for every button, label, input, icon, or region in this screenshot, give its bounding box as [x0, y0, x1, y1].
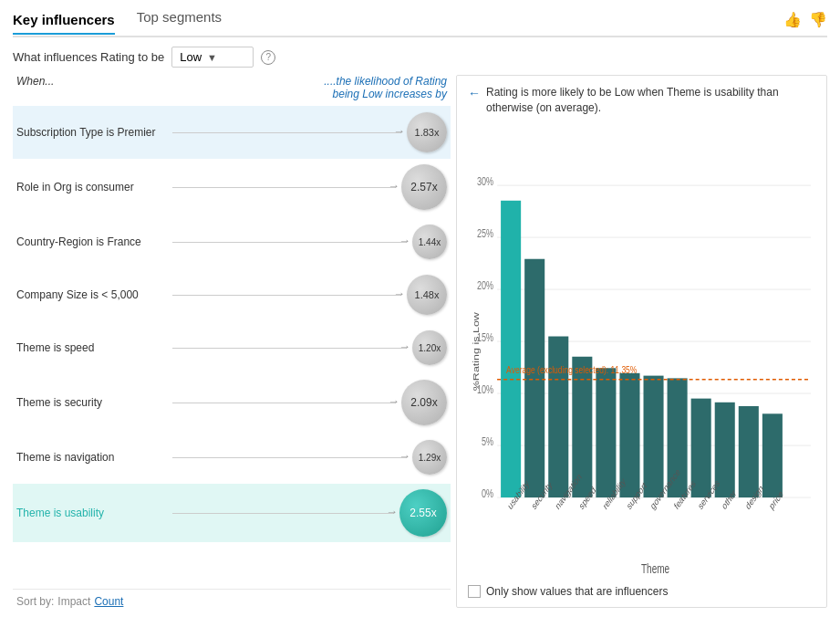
- svg-text:10%: 10%: [477, 382, 493, 395]
- bar-security[interactable]: [524, 258, 544, 497]
- list-item[interactable]: Country-Region is France 1.44x: [13, 215, 451, 268]
- thumbs-up-icon[interactable]: 👍: [783, 11, 802, 28]
- chevron-down-icon: ▼: [207, 52, 217, 63]
- connector-line: [172, 187, 396, 188]
- list-item[interactable]: Company Size is < 5,000 1.48x: [13, 268, 451, 321]
- list-item[interactable]: Subscription Type is Premier 1.83x: [13, 106, 451, 159]
- item-label: Subscription Type is Premier: [16, 126, 167, 139]
- list-item[interactable]: Theme is usability 2.55x: [13, 484, 451, 542]
- back-arrow-icon[interactable]: ←: [468, 86, 481, 100]
- item-label: Theme is security: [16, 396, 167, 409]
- sort-impact[interactable]: Impact: [57, 595, 90, 608]
- bar-price[interactable]: [762, 413, 783, 497]
- checkbox-row: Only show values that are influencers: [468, 585, 815, 598]
- svg-text:5%: 5%: [482, 434, 493, 447]
- main-content: When... ....the likelihood of Rating bei…: [13, 75, 827, 608]
- sort-row: Sort by: Impact Count: [13, 589, 451, 608]
- right-panel: ← Rating is more likely to be Low when T…: [456, 75, 827, 608]
- left-panel: When... ....the likelihood of Rating bei…: [13, 75, 451, 608]
- bar-navigation[interactable]: [548, 336, 568, 497]
- bubble: 1.29x: [412, 440, 447, 475]
- column-headers: When... ....the likelihood of Rating bei…: [13, 75, 451, 100]
- bar-governance[interactable]: [644, 375, 664, 497]
- chart-back-row: ← Rating is more likely to be Low when T…: [468, 85, 815, 116]
- svg-text:15%: 15%: [477, 330, 493, 343]
- svg-text:0%: 0%: [482, 486, 493, 499]
- filter-row: What influences Rating to be Low ▼ ?: [13, 47, 827, 68]
- filter-dropdown[interactable]: Low ▼: [171, 47, 254, 68]
- help-icon[interactable]: ?: [261, 50, 275, 65]
- svg-text:Average (excluding selected): : Average (excluding selected): 11.35%: [506, 363, 637, 375]
- item-label: Company Size is < 5,000: [16, 288, 167, 301]
- chart-title: Rating is more likely to be Low when The…: [486, 85, 815, 116]
- bubble: 1.44x: [412, 225, 447, 259]
- svg-text:20%: 20%: [477, 278, 493, 291]
- list-item[interactable]: Theme is security 2.09x: [13, 374, 451, 431]
- svg-text:30%: 30%: [477, 174, 493, 187]
- tab-icons: 👍 👎: [783, 11, 827, 28]
- item-label: Theme is navigation: [16, 451, 167, 464]
- bar-usability[interactable]: [501, 200, 521, 497]
- main-container: Key influencers Top segments 👍 👎 What in…: [0, 0, 840, 617]
- bubble: 2.57x: [401, 164, 447, 210]
- connector-line: [172, 348, 407, 349]
- bar-reliability[interactable]: [596, 368, 616, 497]
- tab-bar: Key influencers Top segments 👍 👎: [13, 9, 827, 37]
- influencer-list: Subscription Type is Premier 1.83x Role …: [13, 106, 451, 585]
- item-label: Theme is speed: [16, 341, 167, 354]
- svg-text:Theme: Theme: [641, 561, 669, 576]
- sort-count[interactable]: Count: [94, 595, 123, 608]
- col-header-when: When...: [16, 75, 54, 100]
- svg-text:25%: 25%: [477, 226, 493, 239]
- bar-design[interactable]: [739, 406, 759, 497]
- checkbox-label: Only show values that are influencers: [486, 585, 668, 598]
- filter-value: Low: [180, 50, 202, 64]
- item-label: Theme is usability: [16, 507, 167, 519]
- connector-line: [172, 132, 401, 133]
- list-item[interactable]: Role in Org is consumer 2.57x: [13, 159, 451, 215]
- connector-line: [172, 295, 401, 296]
- bubble: 1.83x: [407, 112, 447, 152]
- connector-line: [172, 242, 407, 243]
- filter-prefix: What influences Rating to be: [13, 50, 164, 64]
- thumbs-down-icon[interactable]: 👎: [809, 11, 827, 28]
- connector-line: [172, 457, 407, 458]
- svg-text:%Rating is Low: %Rating is Low: [472, 312, 481, 391]
- tab-key-influencers[interactable]: Key influencers: [13, 12, 115, 35]
- list-item[interactable]: Theme is speed 1.20x: [13, 321, 451, 374]
- bubble: 2.09x: [401, 380, 447, 425]
- tab-top-segments[interactable]: Top segments: [137, 9, 222, 30]
- item-label: Role in Org is consumer: [16, 181, 167, 193]
- show-influencers-checkbox[interactable]: [468, 585, 481, 598]
- connector-line: [172, 403, 396, 403]
- list-item[interactable]: Theme is navigation 1.29x: [13, 431, 451, 484]
- bubble: 1.20x: [412, 330, 447, 365]
- bubble: 1.48x: [407, 275, 447, 315]
- item-label: Country-Region is France: [16, 235, 167, 248]
- sort-by-label: Sort by:: [16, 595, 54, 608]
- connector-line: [172, 513, 394, 514]
- bar-chart: %Rating is Low 0% 5% 10% 15% 20% 25% 30%: [468, 123, 815, 580]
- chart-area: %Rating is Low 0% 5% 10% 15% 20% 25% 30%: [468, 123, 815, 580]
- bubble: 2.55x: [399, 489, 447, 537]
- col-header-likelihood: ....the likelihood of Rating being Low i…: [310, 75, 447, 100]
